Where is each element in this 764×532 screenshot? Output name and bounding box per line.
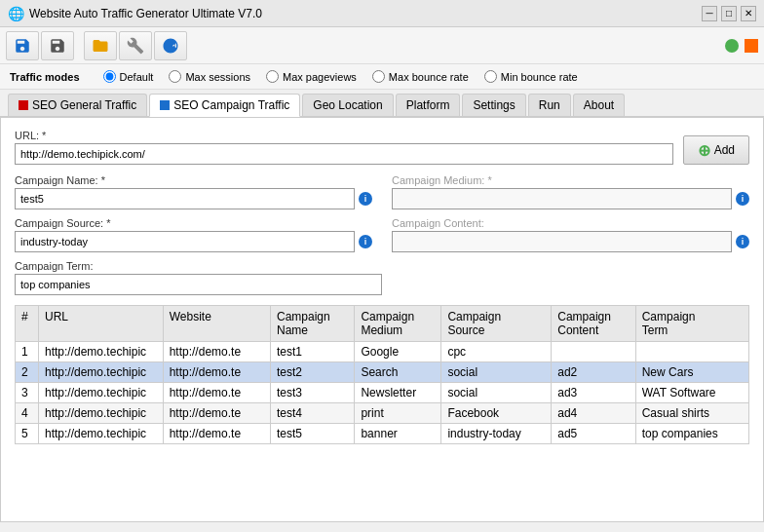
cell-website: http://demo.te (163, 342, 270, 362)
tab-run[interactable]: Run (528, 94, 571, 116)
geo-location-tab-label: Geo Location (313, 98, 382, 112)
tools-button[interactable] (119, 31, 152, 60)
mode-max-sessions-radio[interactable] (169, 70, 181, 83)
tab-platform[interactable]: Platform (396, 94, 461, 116)
mode-max-bounce-radio[interactable] (372, 70, 385, 83)
campaign-content-input[interactable] (392, 231, 732, 252)
cell-url: http://demo.techipic (39, 424, 164, 444)
app-title: Website Auto Traffic Generator Ultimate … (29, 7, 702, 20)
add-button-label: Add (714, 143, 735, 157)
cell-content: ad3 (552, 383, 635, 403)
cell-content: ad5 (552, 424, 635, 444)
campaign-term-input[interactable] (15, 274, 382, 295)
cell-name: test3 (271, 383, 355, 403)
col-header-num: # (16, 306, 39, 342)
mode-default-radio[interactable] (103, 70, 116, 83)
about-tab-label: About (584, 98, 614, 112)
title-bar: 🌐 Website Auto Traffic Generator Ultimat… (0, 0, 764, 27)
table-row[interactable]: 2 http://demo.techipic http://demo.te te… (16, 362, 749, 383)
cell-source: industry-today (441, 424, 552, 444)
campaign-term-section: Campaign Term: (15, 260, 749, 295)
cell-source: social (441, 362, 552, 383)
campaign-medium-field: Campaign Medium: * i (392, 174, 749, 209)
tab-seo-general[interactable]: SEO General Traffic (8, 94, 147, 116)
campaign-content-field: Campaign Content: i (392, 217, 749, 252)
mode-min-bounce-label: Min bounce rate (501, 71, 578, 83)
cell-num: 4 (16, 403, 39, 424)
maximize-button[interactable]: □ (721, 6, 737, 21)
mode-max-sessions-label: Max sessions (185, 71, 250, 83)
col-header-campaign-source: CampaignSource (441, 306, 552, 342)
table-row[interactable]: 5 http://demo.techipic http://demo.te te… (16, 424, 749, 444)
secondary-indicator (745, 39, 758, 53)
save-button[interactable] (6, 31, 39, 60)
add-button[interactable]: ⊕ Add (683, 135, 749, 165)
cell-medium: Google (355, 342, 441, 362)
table-row[interactable]: 3 http://demo.techipic http://demo.te te… (16, 383, 749, 403)
tabs-bar: SEO General Traffic SEO Campaign Traffic… (0, 90, 764, 117)
cell-source: cpc (441, 342, 552, 362)
platform-tab-label: Platform (406, 98, 450, 112)
campaign-name-info-icon: i (359, 192, 372, 206)
campaign-source-content-row: Campaign Source: * i Campaign Content: i (15, 217, 749, 252)
campaign-source-label: Campaign Source: * (15, 217, 372, 229)
campaign-content-info-icon: i (736, 235, 749, 248)
campaign-source-input[interactable] (15, 231, 355, 252)
traffic-modes-label: Traffic modes (10, 71, 80, 83)
campaign-medium-input[interactable] (392, 188, 732, 209)
campaign-medium-label: Campaign Medium: * (392, 174, 749, 186)
tab-about[interactable]: About (573, 94, 625, 116)
mode-max-bounce[interactable]: Max bounce rate (372, 70, 469, 83)
campaign-name-input[interactable] (15, 188, 355, 209)
campaign-name-label: Campaign Name: * (15, 174, 372, 186)
app-icon: 🌐 (8, 6, 24, 21)
col-header-website: Website (163, 306, 270, 342)
table-row[interactable]: 1 http://demo.techipic http://demo.te te… (16, 342, 749, 362)
cell-content (552, 342, 635, 362)
cell-name: test4 (271, 403, 355, 424)
cell-medium: Search (355, 362, 441, 383)
tab-geo-location[interactable]: Geo Location (302, 94, 393, 116)
col-header-url: URL (39, 306, 164, 342)
traffic-modes-bar: Traffic modes Default Max sessions Max p… (0, 64, 764, 90)
cell-term: top companies (635, 424, 748, 444)
cell-term: Casual shirts (635, 403, 748, 424)
cell-url: http://demo.techipic (39, 383, 164, 403)
url-input[interactable] (15, 143, 673, 165)
mode-max-pageviews[interactable]: Max pageviews (266, 70, 357, 83)
status-indicator (725, 39, 739, 53)
mode-max-sessions[interactable]: Max sessions (169, 70, 250, 83)
close-button[interactable]: ✕ (741, 6, 756, 21)
cell-term: WAT Software (635, 383, 748, 403)
cell-source: social (441, 383, 552, 403)
tab-settings[interactable]: Settings (462, 94, 525, 116)
table-row[interactable]: 4 http://demo.techipic http://demo.te te… (16, 403, 749, 424)
cell-num: 5 (16, 424, 39, 444)
cell-url: http://demo.techipic (39, 403, 164, 424)
settings-tab-label: Settings (473, 98, 515, 112)
col-header-campaign-term: CampaignTerm (635, 306, 748, 342)
tab-seo-campaign[interactable]: SEO Campaign Traffic (149, 94, 300, 117)
toolbar (0, 27, 764, 64)
campaign-source-field: Campaign Source: * i (15, 217, 372, 252)
main-content: URL: * ⊕ Add Campaign Name: * i Campaign… (0, 117, 764, 522)
window-controls: ─ □ ✕ (702, 6, 756, 21)
mode-default[interactable]: Default (103, 70, 154, 83)
cell-medium: banner (355, 424, 441, 444)
col-header-campaign-name: CampaignName (271, 306, 355, 342)
cell-name: test2 (271, 362, 355, 383)
mode-min-bounce-radio[interactable] (484, 70, 497, 83)
seo-campaign-tab-label: SEO Campaign Traffic (173, 98, 289, 112)
cell-name: test5 (271, 424, 355, 444)
open-button[interactable] (84, 31, 117, 60)
table-header-row: # URL Website CampaignName CampaignMediu… (16, 306, 749, 342)
mode-min-bounce[interactable]: Min bounce rate (484, 70, 578, 83)
minimize-button[interactable]: ─ (702, 6, 717, 21)
save-floppy-button[interactable] (41, 31, 74, 60)
campaign-table-section: # URL Website CampaignName CampaignMediu… (15, 305, 749, 444)
mode-max-pageviews-radio[interactable] (266, 70, 279, 83)
network-button[interactable] (154, 31, 187, 60)
campaign-content-label: Campaign Content: (392, 217, 749, 229)
campaign-name-field: Campaign Name: * i (15, 174, 372, 209)
campaign-term-label: Campaign Term: (15, 260, 749, 272)
